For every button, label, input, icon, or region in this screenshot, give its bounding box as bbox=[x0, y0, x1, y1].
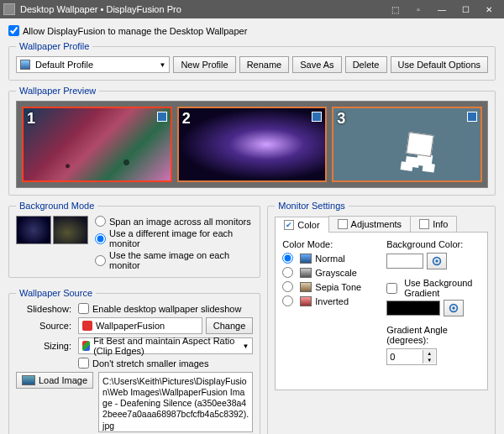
save-as-button[interactable]: Save As bbox=[292, 56, 341, 73]
svg-point-1 bbox=[435, 259, 438, 263]
bg-color-swatch[interactable] bbox=[386, 254, 423, 269]
dont-stretch-checkbox[interactable]: Don't stretch smaller images bbox=[78, 358, 253, 369]
slideshow-checkbox[interactable]: Enable desktop wallpaper slideshow bbox=[78, 303, 253, 314]
tab-body: Color Mode: Normal Grayscale Sepia Tone … bbox=[275, 233, 488, 390]
color-mode-grayscale[interactable]: Grayscale bbox=[282, 267, 376, 278]
use-gradient-checkbox[interactable]: Use Background Gradient bbox=[386, 278, 480, 298]
tab-adjustments-check-icon bbox=[338, 219, 348, 229]
sizing-dropdown[interactable]: Fit Best and maintain Aspect Ratio (Clip… bbox=[78, 337, 253, 354]
allow-manage-label: Allow DisplayFusion to manage the Deskto… bbox=[23, 26, 247, 36]
sizing-label: Sizing: bbox=[16, 341, 75, 351]
use-default-button[interactable]: Use Default Options bbox=[391, 56, 488, 73]
monitor-1-preview[interactable]: 1 bbox=[22, 107, 172, 182]
svg-point-3 bbox=[452, 306, 455, 310]
tab-adjustments[interactable]: Adjustments bbox=[328, 216, 412, 232]
profile-selected: Default Profile bbox=[35, 60, 93, 70]
bg-color-label: Background Color: bbox=[386, 239, 480, 249]
sizing-badge-icon bbox=[82, 341, 90, 351]
image-path-textbox[interactable]: C:\Users\Keith\Pictures\DisplayFusion\We… bbox=[98, 372, 253, 432]
monitor-3-number: 3 bbox=[337, 110, 345, 128]
chevron-down-icon: ▼ bbox=[242, 342, 249, 350]
monitor-settings-legend: Monitor Settings bbox=[275, 201, 348, 211]
wallpaper-profile-legend: Wallpaper Profile bbox=[16, 41, 92, 51]
tab-info-check-icon bbox=[419, 219, 429, 229]
slideshow-label: Slideshow: bbox=[16, 304, 75, 314]
gradient-color-swatch[interactable] bbox=[386, 301, 440, 316]
eyedropper-icon bbox=[448, 302, 459, 314]
titlebar: Desktop Wallpaper • DisplayFusion Pro ⬚ … bbox=[0, 0, 504, 18]
gradient-angle-spinner[interactable]: ▲▼ bbox=[386, 348, 437, 365]
minimize-icon[interactable]: — bbox=[430, 2, 454, 17]
bgmode-thumbnails bbox=[16, 216, 88, 270]
gradient-angle-input[interactable] bbox=[387, 352, 423, 362]
load-image-button[interactable]: Load Image bbox=[16, 372, 93, 389]
grayscale-mode-icon bbox=[300, 268, 312, 278]
tab-color-check-icon: ✔ bbox=[284, 220, 294, 230]
allow-manage-checkbox[interactable]: Allow DisplayFusion to manage the Deskto… bbox=[8, 25, 496, 36]
tab-info[interactable]: Info bbox=[410, 216, 457, 232]
gradient-picker-button[interactable] bbox=[444, 300, 464, 316]
monitor-1-badge-icon bbox=[157, 112, 167, 122]
sepia-mode-icon bbox=[300, 282, 312, 292]
monitor-2-badge-icon bbox=[312, 112, 322, 122]
source-label: Source: bbox=[16, 321, 75, 331]
spinner-down-icon[interactable]: ▼ bbox=[423, 357, 435, 363]
delete-button[interactable]: Delete bbox=[345, 56, 387, 73]
inverted-mode-icon bbox=[300, 296, 312, 306]
rename-button[interactable]: Rename bbox=[239, 56, 290, 73]
monitor-2-preview[interactable]: 2 bbox=[177, 107, 328, 182]
gradient-angle-label: Gradient Angle (degrees): bbox=[386, 325, 480, 345]
eyedropper-icon bbox=[431, 255, 443, 267]
tab-color[interactable]: ✔Color bbox=[275, 217, 328, 233]
color-mode-sepia[interactable]: Sepia Tone bbox=[282, 281, 376, 292]
monitor-3-preview[interactable]: 3 bbox=[332, 107, 482, 182]
profile-dropdown[interactable]: Default Profile ▼ bbox=[16, 56, 170, 73]
maximize-icon[interactable]: ☐ bbox=[454, 2, 477, 17]
spinner-up-icon[interactable]: ▲ bbox=[423, 350, 435, 357]
monitor-settings-group: Monitor Settings ✔Color Adjustments Info… bbox=[267, 201, 496, 434]
bgmode-diff-radio[interactable]: Use a different image for each monitor bbox=[95, 228, 253, 248]
chevron-down-icon: ▼ bbox=[159, 61, 165, 69]
color-picker-button[interactable] bbox=[427, 253, 447, 269]
wallpaper-preview-group: Wallpaper Preview 1 2 3 bbox=[8, 86, 496, 196]
monitor-2-number: 2 bbox=[182, 110, 191, 128]
bgmode-thumb-1 bbox=[16, 216, 51, 244]
source-badge-icon bbox=[82, 321, 92, 331]
change-source-button[interactable]: Change bbox=[206, 317, 254, 334]
background-mode-group: Background Mode Span an image across all… bbox=[8, 201, 260, 278]
window-title: Desktop Wallpaper • DisplayFusion Pro bbox=[20, 4, 383, 14]
wallpaper-preview-legend: Wallpaper Preview bbox=[16, 86, 99, 96]
source-field: WallpaperFusion bbox=[78, 317, 202, 334]
wallpaper-source-group: Wallpaper Source Slideshow: Enable deskt… bbox=[8, 288, 260, 434]
monitor-3-badge-icon bbox=[467, 112, 477, 122]
monitor-1-number: 1 bbox=[27, 110, 35, 128]
sizing-value: Fit Best and maintain Aspect Ratio (Clip… bbox=[93, 336, 242, 356]
wallpaper-profile-group: Wallpaper Profile Default Profile ▼ New … bbox=[8, 41, 496, 81]
bgmode-thumb-2 bbox=[53, 216, 88, 244]
new-profile-button[interactable]: New Profile bbox=[173, 56, 235, 73]
title-action-1-icon[interactable]: ⬚ bbox=[383, 2, 407, 17]
source-value: WallpaperFusion bbox=[96, 321, 165, 331]
profile-icon bbox=[20, 60, 30, 70]
color-mode-inverted[interactable]: Inverted bbox=[282, 295, 376, 306]
preview-container: 1 2 3 bbox=[16, 101, 488, 188]
wallpaper-source-legend: Wallpaper Source bbox=[16, 288, 96, 298]
load-image-icon bbox=[22, 375, 35, 385]
color-mode-label: Color Mode: bbox=[282, 239, 376, 249]
color-mode-normal[interactable]: Normal bbox=[282, 253, 376, 264]
close-icon[interactable]: ✕ bbox=[477, 2, 501, 17]
bgmode-span-radio[interactable]: Span an image across all monitors bbox=[95, 216, 253, 227]
title-action-2-icon[interactable]: ▫ bbox=[407, 2, 430, 17]
allow-manage-input[interactable] bbox=[8, 25, 19, 36]
background-mode-legend: Background Mode bbox=[16, 201, 97, 211]
app-icon bbox=[3, 3, 15, 15]
normal-mode-icon bbox=[300, 254, 312, 264]
bgmode-same-radio[interactable]: Use the same image on each monitor bbox=[95, 250, 253, 270]
